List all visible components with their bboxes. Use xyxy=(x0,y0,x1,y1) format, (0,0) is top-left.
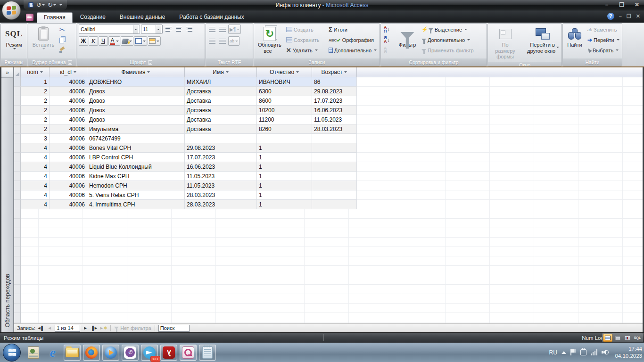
more-records-button[interactable]: Дополнительно xyxy=(327,45,378,55)
copy-button[interactable] xyxy=(58,35,66,45)
font-size-combo[interactable]: 11 xyxy=(141,25,163,34)
advanced-filter-button[interactable]: Дополнительно xyxy=(420,35,480,45)
pivottable-view-button[interactable] xyxy=(613,334,622,342)
row-selector[interactable] xyxy=(14,190,21,200)
taskbar-internet-explorer-icon[interactable]: e xyxy=(44,345,61,361)
delete-caret-icon[interactable] xyxy=(315,49,318,51)
datasheet-view-button[interactable] xyxy=(603,334,612,342)
tab-Внешние данные[interactable]: Внешние данные xyxy=(113,12,172,23)
direction-button[interactable]: ▶¶ xyxy=(228,25,241,34)
cell-Фамилия[interactable]: Hemodon CPH xyxy=(87,181,185,190)
underline-button[interactable]: Ч xyxy=(99,36,108,46)
taskbar-contacts-icon[interactable] xyxy=(25,345,42,361)
doc-close-button[interactable]: ✕ xyxy=(636,13,640,19)
tab-Создание[interactable]: Создание xyxy=(74,12,112,23)
select-button[interactable]: Выбрать xyxy=(586,45,620,55)
cell-Фамилия[interactable]: LBP Control CPH xyxy=(87,153,185,162)
row-selector[interactable] xyxy=(14,96,21,106)
column-header-Возраст[interactable]: Возраст xyxy=(312,67,357,77)
nav-pane-title[interactable]: Область переходов xyxy=(1,78,13,332)
cell-Отчество[interactable]: 1 xyxy=(257,143,312,153)
delete-record-button[interactable]: ✕Удалить xyxy=(285,45,326,55)
previous-record-button[interactable]: ◄ xyxy=(46,325,53,331)
find-button[interactable]: Найти xyxy=(564,25,585,58)
bullet-list-button[interactable] xyxy=(218,36,227,46)
cell-id_cl[interactable]: 40006 xyxy=(50,134,87,143)
goto-button[interactable]: ➔Перейти xyxy=(586,35,620,45)
font-size-caret-icon[interactable] xyxy=(156,25,161,33)
row-selector[interactable] xyxy=(14,153,21,162)
cell-Возраст[interactable]: 17.07.2023 xyxy=(312,96,357,106)
row-selector[interactable] xyxy=(14,162,21,172)
select-caret-icon[interactable] xyxy=(616,49,619,51)
cell-Отчество[interactable]: 6300 xyxy=(257,87,312,96)
cell-nom[interactable]: 3 xyxy=(21,134,50,143)
help-icon[interactable]: ? xyxy=(607,13,614,20)
cell-id_cl[interactable]: 40006 xyxy=(50,77,87,87)
close-button[interactable]: ✕ xyxy=(633,1,641,8)
column-filter-caret-icon[interactable] xyxy=(74,71,76,73)
taskbar-media-player-icon[interactable] xyxy=(102,345,119,361)
cell-nom[interactable]: 2 xyxy=(21,96,50,106)
size-to-fit-form-button[interactable]: По размеруформы xyxy=(489,25,521,61)
cell-Фамилия[interactable]: Bones Vital CPH xyxy=(87,143,185,153)
sort-descending-button[interactable]: ЯА↓ xyxy=(382,35,395,45)
tab-Главная[interactable]: Главная xyxy=(37,12,73,23)
row-selector[interactable] xyxy=(14,87,21,96)
highlight-button[interactable]: ab xyxy=(228,36,239,46)
cell-Возраст[interactable]: 86 xyxy=(312,77,357,87)
taskbar-notepad-icon[interactable] xyxy=(199,345,216,361)
row-selector[interactable] xyxy=(14,172,21,181)
cell-id_cl[interactable]: 40006 xyxy=(50,115,87,124)
cell-Имя[interactable]: 11.05.2023 xyxy=(185,181,257,190)
clear-sorts-button[interactable]: АЯ xyxy=(382,45,395,55)
new-record-button[interactable]: Создать xyxy=(285,25,326,34)
cell-nom[interactable]: 2 xyxy=(21,87,50,96)
column-filter-caret-icon[interactable] xyxy=(226,71,229,73)
selection-button[interactable]: ⚡Выделение xyxy=(420,25,480,34)
cell-id_cl[interactable]: 40006 xyxy=(50,172,87,181)
tray-expand-icon[interactable] xyxy=(561,351,566,354)
cell-nom[interactable]: 4 xyxy=(21,200,50,209)
usb-device-icon[interactable] xyxy=(580,349,586,355)
taskbar-access-icon[interactable] xyxy=(180,345,197,361)
cell-Отчество[interactable]: 8260 xyxy=(257,124,312,134)
align-center-button[interactable] xyxy=(174,25,183,34)
start-button[interactable] xyxy=(3,344,21,362)
cell-Фамилия[interactable]: 0674267499 xyxy=(87,134,185,143)
filter-button[interactable]: Фильтр xyxy=(396,25,419,58)
clipboard-dialog-launcher-icon[interactable] xyxy=(68,60,72,65)
row-selector[interactable] xyxy=(14,134,21,143)
restore-button[interactable]: ❐ xyxy=(618,1,626,8)
gridlines-caret-icon[interactable] xyxy=(143,41,146,42)
cell-id_cl[interactable]: 40006 xyxy=(50,96,87,106)
network-signal-icon[interactable] xyxy=(591,349,598,355)
cell-Возраст[interactable] xyxy=(312,200,357,209)
taskbar-telegram-icon[interactable]: 131 xyxy=(141,345,158,361)
cell-Имя[interactable] xyxy=(185,134,257,143)
row-selector[interactable] xyxy=(14,115,21,124)
gridlines-button[interactable] xyxy=(134,36,147,46)
font-dialog-launcher-icon[interactable] xyxy=(148,60,152,65)
font-color-caret-icon[interactable] xyxy=(116,41,119,42)
cell-Имя[interactable]: 29.08.2023 xyxy=(185,143,257,153)
row-selector[interactable] xyxy=(14,124,21,134)
cell-Фамилия[interactable]: Довоз xyxy=(87,96,185,106)
column-filter-caret-icon[interactable] xyxy=(344,71,347,73)
cell-nom[interactable]: 2 xyxy=(21,115,50,124)
column-filter-caret-icon[interactable] xyxy=(40,71,43,73)
filter-status-button[interactable]: Нет фильтра xyxy=(114,325,151,331)
cell-id_cl[interactable]: 40006 xyxy=(50,181,87,190)
volume-icon[interactable] xyxy=(602,349,609,355)
cell-nom[interactable]: 1 xyxy=(21,77,50,87)
column-filter-caret-icon[interactable] xyxy=(147,71,150,73)
cell-Фамилия[interactable]: Довоз xyxy=(87,106,185,115)
cell-Отчество[interactable]: 1 xyxy=(257,200,312,209)
cell-Фамилия[interactable]: Liquid Blue Коллоидный xyxy=(87,162,185,172)
taskbar-viber-icon[interactable]: ✆ xyxy=(122,345,139,361)
column-header-Фамилия[interactable]: Фамилия xyxy=(87,67,185,77)
alternate-fill-button[interactable] xyxy=(148,36,161,46)
column-header-Отчество[interactable]: Отчество xyxy=(257,67,312,77)
taskbar-firefox-icon[interactable] xyxy=(83,345,100,361)
cell-Возраст[interactable] xyxy=(312,153,357,162)
